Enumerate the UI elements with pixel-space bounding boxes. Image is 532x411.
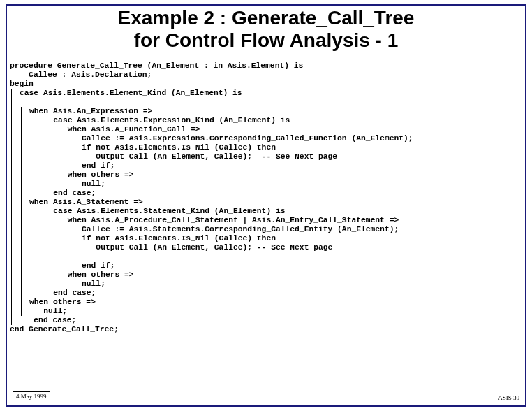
slide-border xyxy=(6,4,526,407)
footer-date: 4 May 1999 xyxy=(13,391,50,401)
footer-page-number: ASIS 30 xyxy=(498,394,519,401)
